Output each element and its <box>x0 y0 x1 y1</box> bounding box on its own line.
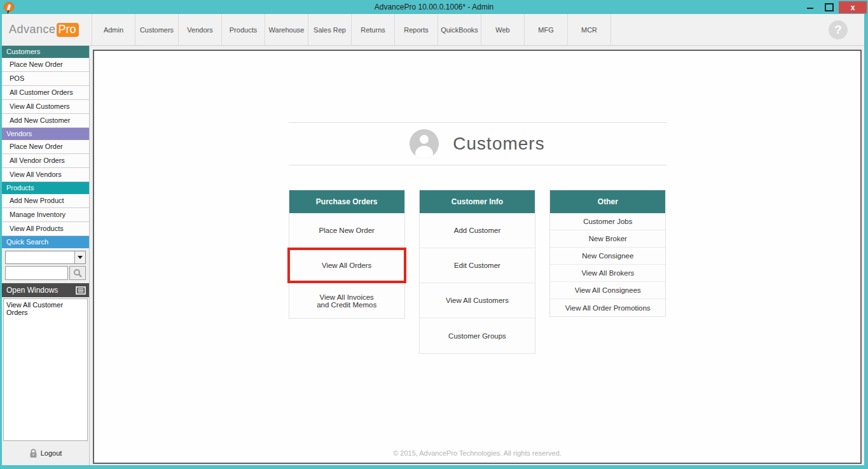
card-customer-info: Customer InfoAdd CustomerEdit CustomerVi… <box>419 190 535 354</box>
nav-tab-reports[interactable]: Reports <box>395 14 438 45</box>
logout-button[interactable]: Logout <box>2 441 89 465</box>
main-panel: Customers Purchase OrdersPlace New Order… <box>93 50 862 464</box>
close-button[interactable]: x <box>839 1 867 13</box>
padlock-icon <box>29 449 38 458</box>
copyright-footer: © 2015, AdvancePro Technologies. All rig… <box>94 449 860 457</box>
nav-tab-sales-rep[interactable]: Sales Rep <box>308 14 352 45</box>
sidebar-item-all-customer-orders[interactable]: All Customer Orders <box>2 86 89 100</box>
card-button-place-new-order[interactable]: Place New Order <box>289 213 404 248</box>
sidebar-section-vendors: Vendors <box>2 128 89 140</box>
window-title: AdvancePro 10.00.0.1006* - Admin <box>0 3 868 11</box>
open-window-item-view-all-customer-orders[interactable]: View All Customer Orders <box>4 299 87 318</box>
sidebar-item-view-all-customers[interactable]: View All Customers <box>2 100 89 114</box>
quick-search-dropdown[interactable] <box>5 251 86 264</box>
nav-tab-customers[interactable]: Customers <box>135 14 179 45</box>
card-button-view-all-invoices-and-credit-memos[interactable]: View All Invoices and Credit Memos <box>289 283 404 318</box>
logout-label: Logout <box>41 449 62 457</box>
card-button-edit-customer[interactable]: Edit Customer <box>420 248 535 283</box>
nav-tab-mfg[interactable]: MFG <box>525 14 568 45</box>
card-purchase-orders: Purchase OrdersPlace New OrderView All O… <box>289 190 405 319</box>
nav-tabs: AdminCustomersVendorsProductsWarehouseSa… <box>92 14 611 45</box>
cards-container: Purchase OrdersPlace New OrderView All O… <box>289 190 666 354</box>
card-header-customer-info: Customer Info <box>420 190 535 213</box>
sidebar-item-add-new-product[interactable]: Add New Product <box>2 194 89 208</box>
card-button-customer-jobs[interactable]: Customer Jobs <box>550 213 665 230</box>
card-button-view-all-brokers[interactable]: View All Brokers <box>550 265 665 282</box>
open-windows-list: View All Customer Orders <box>3 298 88 441</box>
card-header-purchase-orders: Purchase Orders <box>289 190 404 213</box>
sidebar-item-place-new-order[interactable]: Place New Order <box>2 58 89 72</box>
page-title: Customers <box>453 134 544 154</box>
sidebar-item-place-new-order[interactable]: Place New Order <box>2 140 89 154</box>
app-icon <box>4 2 14 12</box>
card-button-new-consignee[interactable]: New Consignee <box>550 248 665 265</box>
nav-tab-mcr[interactable]: MCR <box>568 14 611 45</box>
window-list-icon[interactable] <box>76 286 86 295</box>
card-button-add-customer[interactable]: Add Customer <box>420 213 535 248</box>
nav-tab-admin[interactable]: Admin <box>92 14 135 45</box>
top-navbar: Advance Pro AdminCustomersVendorsProduct… <box>2 14 864 46</box>
sidebar-item-view-all-vendors[interactable]: View All Vendors <box>2 168 89 182</box>
maximize-button[interactable] <box>820 0 839 14</box>
sidebar: CustomersPlace New OrderPOSAll Customer … <box>2 46 90 465</box>
sidebar-item-all-vendor-orders[interactable]: All Vendor Orders <box>2 154 89 168</box>
minimize-button[interactable] <box>801 0 820 14</box>
search-icon <box>73 269 82 277</box>
nav-tab-vendors[interactable]: Vendors <box>179 14 222 45</box>
customers-avatar-icon <box>410 129 439 158</box>
titlebar: AdvancePro 10.00.0.1006* - Admin x <box>0 0 868 14</box>
card-other: OtherCustomer JobsNew BrokerNew Consigne… <box>549 190 666 317</box>
nav-tab-web[interactable]: Web <box>481 14 525 45</box>
dropdown-arrow-icon[interactable] <box>74 251 85 263</box>
sidebar-item-manage-inventory[interactable]: Manage Inventory <box>2 208 89 222</box>
open-windows-header: Open Windows <box>2 283 89 297</box>
nav-tab-products[interactable]: Products <box>222 14 265 45</box>
card-button-customer-groups[interactable]: Customer Groups <box>420 318 535 353</box>
quick-search-dropdown-value[interactable] <box>6 251 74 263</box>
sidebar-item-add-new-customer[interactable]: Add New Customer <box>2 114 89 128</box>
search-button[interactable] <box>69 266 86 280</box>
page-header: Customers <box>289 122 666 165</box>
card-button-new-broker[interactable]: New Broker <box>550 230 665 248</box>
sidebar-section-customers: Customers <box>2 46 89 58</box>
sidebar-item-view-all-products[interactable]: View All Products <box>2 222 89 236</box>
card-header-other: Other <box>550 190 665 213</box>
quick-search-input[interactable] <box>5 266 68 280</box>
logo-text-pro: Pro <box>57 23 79 37</box>
quick-search-header: Quick Search <box>2 236 89 248</box>
app-logo: Advance Pro <box>2 14 92 45</box>
card-button-view-all-customers[interactable]: View All Customers <box>420 283 535 318</box>
nav-tab-warehouse[interactable]: Warehouse <box>265 14 308 45</box>
logo-text-advance: Advance <box>9 23 56 36</box>
sidebar-item-pos[interactable]: POS <box>2 72 89 86</box>
card-button-view-all-orders[interactable]: View All Orders <box>289 248 404 283</box>
nav-tab-returns[interactable]: Returns <box>352 14 395 45</box>
card-button-view-all-order-promotions[interactable]: View All Order Promotions <box>550 299 665 316</box>
sidebar-section-products: Products <box>2 182 89 194</box>
help-icon[interactable]: ? <box>829 20 848 39</box>
nav-tab-quickbooks[interactable]: QuickBooks <box>438 14 481 45</box>
card-button-view-all-consignees[interactable]: View All Consignees <box>550 282 665 299</box>
open-windows-title: Open Windows <box>6 286 58 295</box>
